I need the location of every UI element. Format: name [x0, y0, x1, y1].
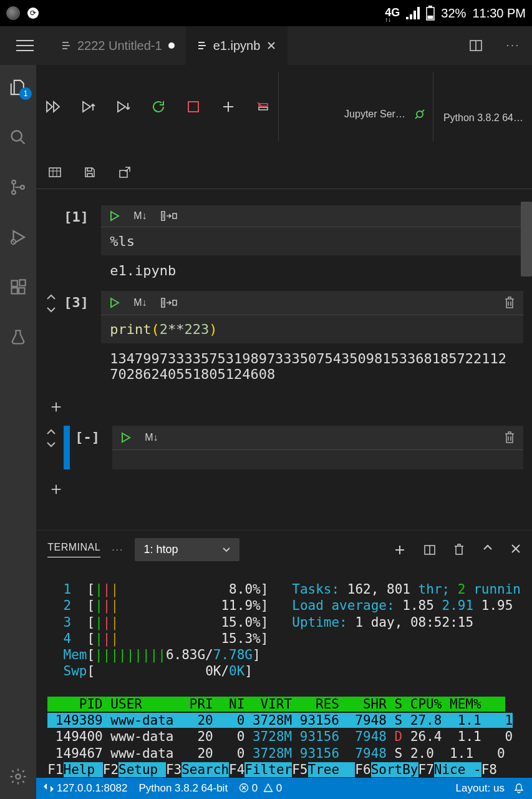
svg-rect-4 — [62, 45, 70, 46]
cell-toolbar: M↓ — [112, 426, 523, 449]
terminal-select[interactable]: 1: htop — [135, 538, 239, 561]
menu-button[interactable] — [0, 26, 50, 65]
title-bar: 2222 Untitled-1 e1.ipynb ··· — [0, 26, 532, 65]
run-debug-icon[interactable] — [8, 227, 28, 247]
battery-pct: 32% — [441, 6, 466, 21]
cell: [1] M↓ %ls e1.ipynb — [36, 202, 532, 287]
terminal-select-label: 1: htop — [143, 543, 178, 556]
status-bar: 127.0.0.1:8082 Python 3.8.2 64-bit 0 0 L… — [36, 778, 532, 799]
svg-line-12 — [21, 140, 25, 144]
move-down-icon[interactable] — [45, 439, 61, 449]
markdown-toggle[interactable]: M↓ — [133, 297, 147, 308]
tab-e1-ipynb[interactable]: e1.ipynb — [186, 26, 288, 65]
kill-terminal-icon[interactable] — [453, 544, 465, 556]
remote-indicator[interactable]: 127.0.0.1:8082 — [44, 782, 127, 795]
svg-point-14 — [12, 190, 16, 194]
app-icon-2: ⟳ — [27, 7, 39, 19]
tab-untitled[interactable]: 2222 Untitled-1 — [50, 26, 186, 65]
python-env[interactable]: Python 3.8.2 64-bit — [138, 782, 228, 795]
cell-code[interactable] — [112, 449, 523, 469]
run-cell-icon[interactable] — [120, 432, 131, 443]
collapse-panel-icon[interactable] — [482, 544, 493, 556]
svg-rect-20 — [19, 288, 24, 293]
python-kernel-label[interactable]: Python 3.8.2 64… — [443, 112, 523, 123]
add-cell-icon[interactable] — [220, 98, 237, 115]
close-panel-icon[interactable] — [511, 544, 521, 556]
cell-code[interactable]: %ls — [101, 227, 523, 255]
close-icon[interactable] — [266, 41, 276, 51]
expand-icon[interactable] — [161, 210, 177, 222]
delete-cell-icon[interactable] — [503, 296, 516, 310]
plus-icon: ＋ — [36, 391, 65, 422]
cell-prompt: [-] — [75, 426, 110, 445]
expand-icon[interactable] — [161, 297, 177, 308]
notebook-body[interactable]: [1] M↓ %ls e1.ipynb — [36, 189, 532, 530]
run-all-icon[interactable] — [45, 98, 62, 115]
cell-toolbar: M↓ — [101, 291, 523, 315]
settings-gear-icon[interactable] — [8, 767, 28, 787]
move-down-icon[interactable] — [45, 305, 61, 315]
move-up-icon[interactable] — [45, 427, 61, 437]
hamburger-icon — [16, 40, 34, 51]
jupyter-server-label[interactable]: Jupyter Ser… — [344, 109, 405, 120]
scrollbar[interactable] — [521, 202, 532, 277]
explorer-icon[interactable]: 1 — [8, 77, 28, 97]
terminal-tab[interactable]: TERMINAL — [47, 542, 100, 557]
markdown-toggle[interactable]: M↓ — [133, 210, 147, 222]
svg-rect-30 — [49, 168, 60, 177]
editor-tabs: 2222 Untitled-1 e1.ipynb — [50, 26, 457, 65]
signal-bars-icon — [406, 7, 420, 19]
testing-icon[interactable] — [8, 327, 28, 347]
terminal-output[interactable]: 1 [||| 8.0%] Tasks: 162, 801 thr; 2 runn… — [36, 569, 532, 778]
split-terminal-icon[interactable] — [423, 544, 436, 556]
move-up-icon[interactable] — [45, 292, 61, 302]
new-terminal-icon[interactable] — [394, 544, 406, 556]
svg-rect-2 — [428, 16, 433, 19]
svg-point-11 — [12, 131, 22, 141]
run-above-icon[interactable] — [80, 98, 97, 115]
svg-rect-40 — [173, 300, 177, 305]
restart-kernel-icon[interactable] — [150, 98, 167, 115]
add-cell-between[interactable]: ＋ — [36, 391, 532, 422]
svg-rect-21 — [19, 280, 25, 285]
problems[interactable]: 0 0 — [239, 782, 282, 795]
run-below-icon[interactable] — [115, 98, 132, 115]
add-cell-end[interactable]: ＋ — [36, 473, 532, 504]
svg-rect-23 — [188, 102, 198, 112]
svg-rect-19 — [12, 288, 17, 293]
split-editor-icon[interactable] — [469, 39, 483, 52]
plus-icon: ＋ — [36, 473, 65, 504]
markdown-toggle[interactable]: M↓ — [145, 432, 158, 443]
layout-indicator[interactable]: Layout: us — [456, 782, 505, 795]
delete-cell-icon[interactable] — [503, 431, 516, 444]
cell-prompt: [3] — [64, 291, 99, 310]
cell-toolbar: M↓ — [101, 205, 523, 227]
run-cell-icon[interactable] — [109, 210, 120, 222]
badge: 1 — [19, 87, 32, 100]
source-control-icon[interactable] — [8, 177, 28, 197]
cell-code[interactable]: print(2**223) — [101, 315, 523, 343]
svg-rect-3 — [62, 42, 69, 43]
cell-output: e1.ipynb — [101, 255, 523, 283]
svg-point-22 — [16, 774, 21, 779]
clear-output-icon[interactable] — [254, 98, 272, 115]
more-icon[interactable]: ··· — [112, 544, 123, 556]
variables-icon[interactable] — [46, 164, 64, 181]
save-icon[interactable] — [81, 164, 99, 181]
svg-line-28 — [415, 116, 418, 119]
more-icon[interactable]: ··· — [506, 40, 520, 51]
cell-output: 1347997333357531989733350754350981533681… — [101, 343, 523, 387]
svg-line-26 — [258, 102, 263, 107]
export-icon[interactable] — [116, 164, 133, 181]
search-icon[interactable] — [8, 127, 28, 147]
collapsed-bar[interactable] — [64, 426, 70, 469]
svg-point-15 — [21, 185, 24, 189]
bell-icon[interactable] — [513, 783, 525, 794]
notebook-toolbar: Jupyter Ser… Python 3.8.2 64… — [36, 65, 532, 189]
svg-rect-6 — [198, 42, 205, 43]
app-icon-1 — [6, 6, 20, 20]
cell: [-] M↓ — [36, 422, 532, 473]
interrupt-kernel-icon[interactable] — [185, 98, 202, 115]
run-cell-icon[interactable] — [109, 297, 120, 308]
extensions-icon[interactable] — [8, 277, 28, 297]
